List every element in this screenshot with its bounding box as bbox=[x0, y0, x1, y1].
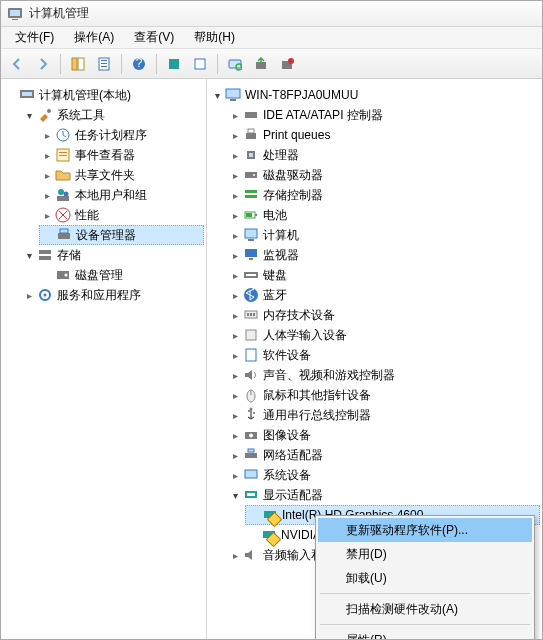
svg-rect-37 bbox=[226, 89, 240, 98]
tree-performance[interactable]: 性能 bbox=[39, 205, 204, 225]
expand-icon[interactable] bbox=[229, 409, 241, 421]
expand-icon[interactable] bbox=[41, 129, 53, 141]
expand-icon[interactable] bbox=[41, 169, 53, 181]
expand-icon[interactable] bbox=[229, 549, 241, 561]
expand-icon[interactable] bbox=[229, 349, 241, 361]
svg-rect-1 bbox=[10, 10, 20, 16]
expand-icon[interactable] bbox=[229, 249, 241, 261]
cat-imaging[interactable]: 图像设备 bbox=[227, 425, 540, 445]
expand-icon[interactable] bbox=[229, 169, 241, 181]
expand-icon[interactable] bbox=[229, 309, 241, 321]
cat-usb[interactable]: 通用串行总线控制器 bbox=[227, 405, 540, 425]
expand-icon[interactable] bbox=[229, 209, 241, 221]
scan-hardware-button[interactable] bbox=[223, 52, 247, 76]
toolbar-button[interactable] bbox=[162, 52, 186, 76]
expand-icon[interactable] bbox=[229, 149, 241, 161]
expand-icon[interactable] bbox=[41, 189, 53, 201]
expand-icon[interactable] bbox=[229, 489, 241, 501]
svg-rect-12 bbox=[195, 59, 205, 69]
app-icon bbox=[7, 6, 23, 22]
expand-icon[interactable] bbox=[229, 269, 241, 281]
mouse-icon bbox=[243, 387, 259, 403]
menu-file[interactable]: 文件(F) bbox=[5, 27, 64, 48]
tree-disk-mgmt[interactable]: 磁盘管理 bbox=[39, 265, 204, 285]
expand-icon[interactable] bbox=[229, 449, 241, 461]
folder-icon bbox=[55, 167, 71, 183]
memory-icon bbox=[243, 307, 259, 323]
tree-system-tools[interactable]: 系统工具 bbox=[21, 105, 204, 125]
cat-sysdev[interactable]: 系统设备 bbox=[227, 465, 540, 485]
device-label: IDE ATA/ATAPI 控制器 bbox=[263, 107, 383, 124]
toolbar-button[interactable] bbox=[188, 52, 212, 76]
expand-icon[interactable] bbox=[229, 289, 241, 301]
menu-disable[interactable]: 禁用(D) bbox=[318, 542, 532, 566]
tree-services[interactable]: 服务和应用程序 bbox=[21, 285, 204, 305]
cat-memtech[interactable]: 内存技术设备 bbox=[227, 305, 540, 325]
expand-icon[interactable] bbox=[229, 369, 241, 381]
expand-icon[interactable] bbox=[229, 229, 241, 241]
expand-icon[interactable] bbox=[41, 209, 53, 221]
expand-icon[interactable] bbox=[229, 429, 241, 441]
expand-icon[interactable] bbox=[23, 109, 35, 121]
tree-event-viewer[interactable]: 事件查看器 bbox=[39, 145, 204, 165]
tree-storage[interactable]: 存储 bbox=[21, 245, 204, 265]
svg-rect-7 bbox=[101, 63, 107, 64]
tree-label: 磁盘管理 bbox=[75, 267, 123, 284]
update-driver-button[interactable] bbox=[249, 52, 273, 76]
cat-keyboard[interactable]: 键盘 bbox=[227, 265, 540, 285]
menu-properties[interactable]: 属性(R) bbox=[318, 628, 532, 640]
cat-network[interactable]: 网络适配器 bbox=[227, 445, 540, 465]
tree-root[interactable]: 计算机管理(本地) bbox=[3, 85, 204, 105]
device-label: 键盘 bbox=[263, 267, 287, 284]
svg-rect-39 bbox=[245, 112, 257, 118]
expand-icon[interactable] bbox=[229, 189, 241, 201]
cat-softdev[interactable]: 软件设备 bbox=[227, 345, 540, 365]
expand-icon[interactable] bbox=[41, 149, 53, 161]
tree-task-scheduler[interactable]: 任务计划程序 bbox=[39, 125, 204, 145]
uninstall-button[interactable] bbox=[275, 52, 299, 76]
svg-rect-3 bbox=[72, 58, 77, 70]
expand-icon[interactable] bbox=[211, 89, 223, 101]
forward-button[interactable] bbox=[31, 52, 55, 76]
menu-update-driver[interactable]: 更新驱动程序软件(P)... bbox=[318, 518, 532, 542]
svg-rect-71 bbox=[245, 470, 257, 478]
disk-icon bbox=[55, 267, 71, 283]
menu-view[interactable]: 查看(V) bbox=[124, 27, 184, 48]
expand-icon[interactable] bbox=[229, 109, 241, 121]
expand-icon[interactable] bbox=[229, 389, 241, 401]
cat-storage-ctrl[interactable]: 存储控制器 bbox=[227, 185, 540, 205]
expand-icon[interactable] bbox=[229, 469, 241, 481]
menu-scan-hardware[interactable]: 扫描检测硬件改动(A) bbox=[318, 597, 532, 621]
cat-print[interactable]: Print queues bbox=[227, 125, 540, 145]
expand-icon[interactable] bbox=[23, 249, 35, 261]
tree-label: 共享文件夹 bbox=[75, 167, 135, 184]
device-root[interactable]: WIN-T8FPJA0UMUU bbox=[209, 85, 540, 105]
cat-cpu[interactable]: 处理器 bbox=[227, 145, 540, 165]
cat-ide[interactable]: IDE ATA/ATAPI 控制器 bbox=[227, 105, 540, 125]
tree-shared-folders[interactable]: 共享文件夹 bbox=[39, 165, 204, 185]
svg-point-68 bbox=[249, 434, 253, 438]
cat-bluetooth[interactable]: 蓝牙 bbox=[227, 285, 540, 305]
svg-rect-53 bbox=[245, 249, 257, 257]
cat-mouse[interactable]: 鼠标和其他指针设备 bbox=[227, 385, 540, 405]
cat-battery[interactable]: 电池 bbox=[227, 205, 540, 225]
menu-help[interactable]: 帮助(H) bbox=[184, 27, 245, 48]
help-button[interactable]: ? bbox=[127, 52, 151, 76]
back-button[interactable] bbox=[5, 52, 29, 76]
toolbar: ? bbox=[1, 49, 542, 79]
properties-button[interactable] bbox=[92, 52, 116, 76]
menu-action[interactable]: 操作(A) bbox=[64, 27, 124, 48]
cat-monitor[interactable]: 监视器 bbox=[227, 245, 540, 265]
cat-computer[interactable]: 计算机 bbox=[227, 225, 540, 245]
cat-diskdrv[interactable]: 磁盘驱动器 bbox=[227, 165, 540, 185]
expand-icon[interactable] bbox=[229, 129, 241, 141]
cat-display[interactable]: 显示适配器 bbox=[227, 485, 540, 505]
cat-sound[interactable]: 声音、视频和游戏控制器 bbox=[227, 365, 540, 385]
expand-icon[interactable] bbox=[229, 329, 241, 341]
show-console-tree-button[interactable] bbox=[66, 52, 90, 76]
tree-device-manager[interactable]: 设备管理器 bbox=[39, 225, 204, 245]
tree-local-users[interactable]: 本地用户和组 bbox=[39, 185, 204, 205]
expand-icon[interactable] bbox=[23, 289, 35, 301]
cat-hid[interactable]: 人体学输入设备 bbox=[227, 325, 540, 345]
menu-uninstall[interactable]: 卸载(U) bbox=[318, 566, 532, 590]
